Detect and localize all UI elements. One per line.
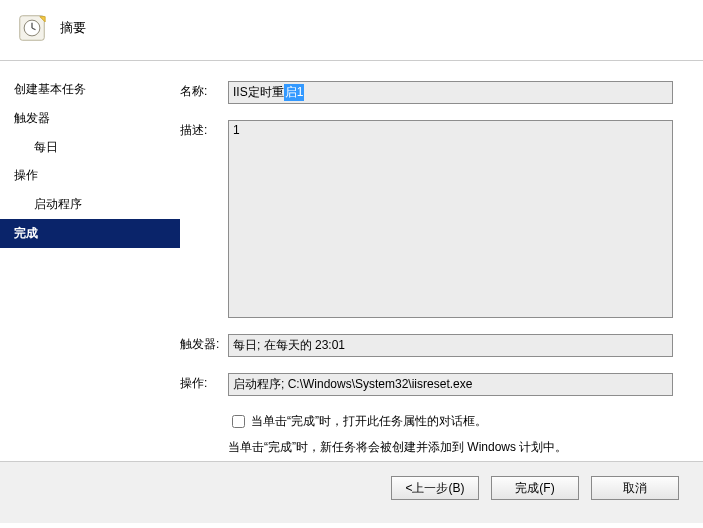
open-properties-label: 当单击“完成”时，打开此任务属性的对话框。: [251, 413, 487, 430]
wizard-step[interactable]: 触发器: [0, 104, 180, 133]
trigger-field: 每日; 在每天的 23:01: [228, 334, 673, 357]
back-button[interactable]: <上一步(B): [391, 476, 479, 500]
description-field: 1: [228, 120, 673, 318]
wizard-step[interactable]: 操作: [0, 161, 180, 190]
name-value-selected: 启1: [284, 84, 305, 101]
action-label: 操作:: [180, 373, 228, 392]
finish-button[interactable]: 完成(F): [491, 476, 579, 500]
wizard-body: 创建基本任务触发器每日操作启动程序完成 名称: IIS定时重启1 描述: 1 触…: [0, 61, 703, 461]
clock-icon: [18, 14, 46, 42]
description-label: 描述:: [180, 120, 228, 139]
wizard-step[interactable]: 创建基本任务: [0, 75, 180, 104]
wizard-step[interactable]: 启动程序: [0, 190, 180, 219]
trigger-label: 触发器:: [180, 334, 228, 353]
wizard-footer: <上一步(B) 完成(F) 取消: [0, 461, 703, 523]
wizard-main-panel: 名称: IIS定时重启1 描述: 1 触发器: 每日; 在每天的 23:01 操…: [180, 61, 703, 461]
name-label: 名称:: [180, 81, 228, 100]
wizard-step[interactable]: 完成: [0, 219, 180, 248]
wizard-step[interactable]: 每日: [0, 133, 180, 162]
wizard-header: 摘要: [0, 0, 703, 61]
completion-note: 当单击“完成”时，新任务将会被创建并添加到 Windows 计划中。: [228, 437, 673, 459]
name-value-prefix: IIS定时重: [233, 84, 284, 101]
wizard-steps-sidebar: 创建基本任务触发器每日操作启动程序完成: [0, 61, 180, 461]
cancel-button[interactable]: 取消: [591, 476, 679, 500]
name-field: IIS定时重启1: [228, 81, 673, 104]
open-properties-checkbox[interactable]: [232, 415, 245, 428]
action-field: 启动程序; C:\Windows\System32\iisreset.exe: [228, 373, 673, 396]
wizard-title: 摘要: [60, 19, 86, 37]
